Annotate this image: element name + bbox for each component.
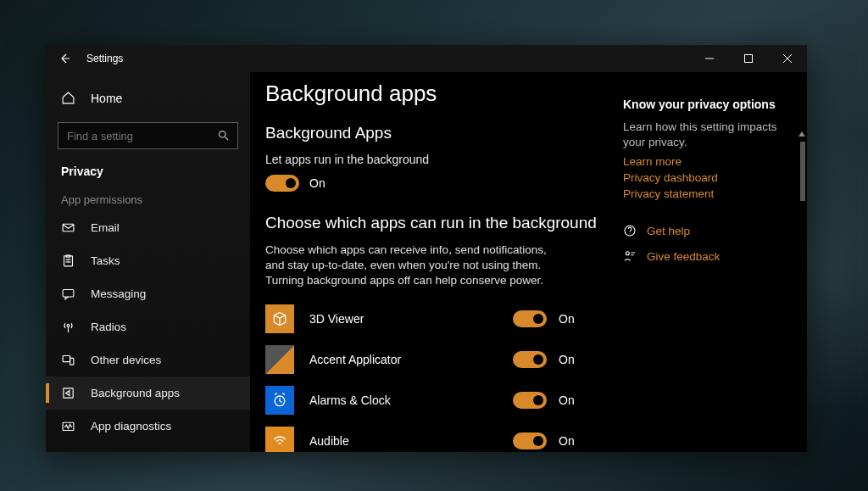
svg-rect-8	[64, 388, 73, 398]
sidebar-item-app-diagnostics[interactable]: App diagnostics	[46, 410, 250, 443]
diagnostics-icon	[61, 419, 75, 433]
background-apps-icon	[61, 386, 75, 400]
messaging-icon	[61, 287, 75, 301]
sidebar-item-email[interactable]: Email	[46, 211, 250, 244]
svg-point-1	[220, 131, 226, 138]
sidebar-item-other-devices[interactable]: Other devices	[46, 343, 250, 377]
app-name: Accent Applicator	[309, 353, 498, 366]
group-choose-apps-title: Choose which apps can run in the backgro…	[265, 214, 606, 232]
app-toggle-state: On	[559, 353, 575, 366]
search-input[interactable]	[58, 122, 238, 149]
sidebar-item-label: Email	[91, 221, 120, 234]
app-row-3d-viewer: 3D Viewer On	[265, 304, 606, 333]
get-help-link[interactable]: Get help	[623, 224, 784, 237]
svg-rect-0	[745, 55, 753, 63]
maximize-button[interactable]	[729, 45, 768, 72]
app-toggle-audible[interactable]	[513, 432, 547, 449]
sidebar-item-tasks[interactable]: Tasks	[46, 244, 250, 277]
svg-point-12	[626, 252, 629, 255]
arrow-left-icon	[58, 52, 71, 65]
app-row-alarms-clock: Alarms & Clock On	[265, 386, 606, 415]
app-toggle-state: On	[559, 434, 575, 448]
link-privacy-statement[interactable]: Privacy statement	[623, 187, 784, 200]
home-icon	[61, 91, 75, 105]
sidebar-item-background-apps[interactable]: Background apps	[46, 377, 250, 410]
home-label: Home	[91, 92, 122, 105]
aside-blurb: Learn how this setting impacts your priv…	[623, 120, 784, 150]
scroll-arrow-up-icon[interactable]	[798, 130, 806, 138]
minimize-icon	[705, 54, 714, 63]
category-label: Privacy	[46, 158, 250, 178]
master-toggle-row: On	[265, 175, 606, 192]
sidebar-item-messaging[interactable]: Messaging	[46, 277, 250, 310]
devices-icon	[61, 353, 75, 367]
link-privacy-dashboard[interactable]: Privacy dashboard	[623, 171, 784, 184]
sidebar-item-radios[interactable]: Radios	[46, 310, 250, 343]
search-icon	[217, 129, 230, 142]
svg-point-5	[67, 325, 70, 327]
settings-window: Settings Home Privac	[46, 45, 807, 452]
sidebar-item-label: Background apps	[91, 387, 180, 399]
master-toggle-state: On	[309, 176, 326, 190]
sidebar-item-label: Other devices	[91, 354, 161, 366]
app-icon-accent-applicator	[265, 345, 294, 374]
close-icon	[783, 54, 792, 63]
tasks-icon	[61, 254, 75, 268]
link-learn-more[interactable]: Learn more	[623, 155, 784, 168]
sidebar: Home Privacy App permissions Email Tasks	[46, 72, 250, 452]
radios-icon	[61, 320, 75, 334]
close-button[interactable]	[768, 45, 807, 72]
content-column: Background apps Background Apps Let apps…	[250, 72, 623, 452]
sidebar-item-label: App diagnostics	[91, 420, 171, 432]
app-icon-alarms-clock	[265, 386, 294, 415]
email-icon	[61, 220, 75, 235]
master-toggle[interactable]	[265, 175, 299, 192]
sidebar-item-label: Radios	[91, 321, 126, 333]
give-feedback-link[interactable]: Give feedback	[623, 249, 784, 263]
section-label: App permissions	[46, 178, 250, 211]
master-toggle-label: Let apps run in the background	[265, 153, 606, 166]
app-toggle-accent-applicator[interactable]	[513, 351, 547, 368]
group-choose-apps-desc: Choose which apps can receive info, send…	[265, 243, 554, 289]
sidebar-item-label: Tasks	[91, 254, 120, 267]
maximize-icon	[744, 54, 753, 63]
app-icon-audible	[265, 427, 294, 452]
give-feedback-label: Give feedback	[647, 250, 720, 263]
search-row	[58, 122, 238, 149]
main-area: Background apps Background Apps Let apps…	[250, 72, 807, 452]
help-icon	[623, 224, 637, 237]
minimize-button[interactable]	[690, 45, 729, 72]
svg-rect-6	[63, 356, 70, 362]
app-name: Alarms & Clock	[309, 393, 498, 407]
app-row-audible: Audible On	[265, 427, 606, 452]
app-name: 3D Viewer	[309, 312, 498, 326]
aside-heading: Know your privacy options	[623, 98, 784, 111]
app-icon-3d-viewer	[265, 304, 294, 333]
feedback-icon	[623, 249, 637, 263]
page-title: Background apps	[265, 81, 606, 107]
window-title: Settings	[86, 53, 123, 64]
svg-rect-2	[63, 224, 74, 232]
back-button[interactable]	[46, 45, 83, 72]
titlebar: Settings	[46, 45, 807, 72]
app-toggle-state: On	[559, 393, 575, 407]
sidebar-item-label: Messaging	[91, 287, 146, 300]
get-help-label: Get help	[647, 225, 690, 237]
scrollbar-thumb[interactable]	[800, 142, 805, 201]
aside-column: Know your privacy options Learn how this…	[623, 72, 793, 452]
app-toggle-3d-viewer[interactable]	[513, 310, 547, 327]
app-row-accent-applicator: Accent Applicator On	[265, 345, 606, 374]
group-background-apps-title: Background Apps	[265, 124, 606, 142]
svg-rect-4	[63, 290, 74, 298]
svg-rect-7	[70, 358, 74, 365]
app-toggle-alarms-clock[interactable]	[513, 392, 547, 409]
app-toggle-state: On	[559, 312, 575, 326]
home-link[interactable]: Home	[46, 82, 250, 114]
app-name: Audible	[309, 434, 498, 448]
